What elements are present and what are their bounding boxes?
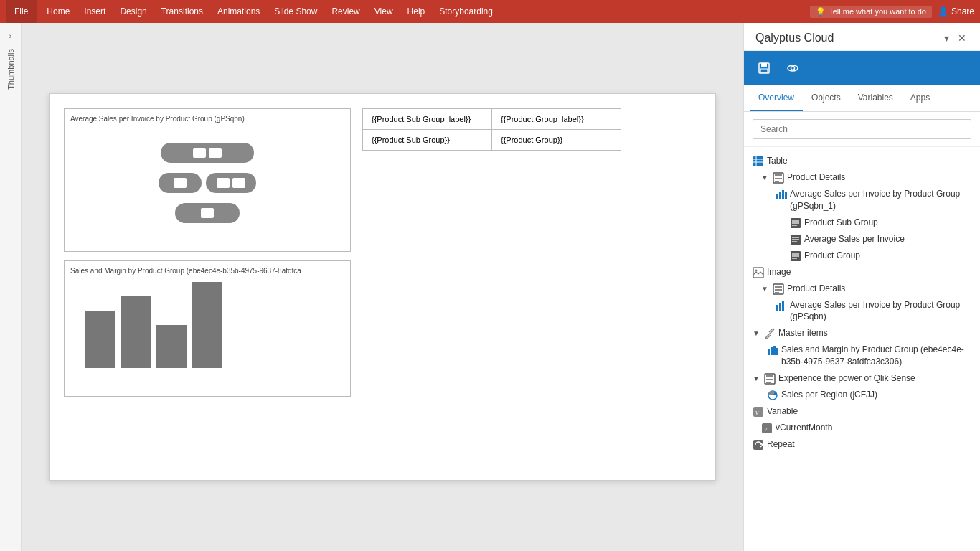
repeat-label: Repeat [767,438,795,451]
toggle-2[interactable]: ▼ [761,285,770,293]
tab-variables[interactable]: Variables [849,85,902,111]
svg-rect-12 [775,181,779,182]
pill-rect-4 [217,178,230,188]
svg-rect-36 [779,303,781,311]
tree-node-table[interactable]: Table [744,153,980,169]
slide-table: {{Product Sub Group_label}} {{Product Gr… [362,108,621,151]
tell-me-text: Tell me what you want to do [829,7,926,16]
lightbulb-icon: 💡 [816,7,826,17]
thumbnails-panel: › Thumbnails [0,23,22,551]
tree-content: Table ▼ Product Details [744,147,980,551]
close-button[interactable]: ✕ [956,32,969,44]
svg-rect-33 [775,289,782,291]
svg-rect-29 [753,268,763,278]
table-icon [753,156,764,167]
minimize-button[interactable]: ▾ [940,32,953,44]
menu-storyboarding[interactable]: Storyboarding [432,4,500,19]
toggle-4[interactable]: ▼ [753,375,761,382]
pill-rect-1 [193,148,206,158]
tree-node-sales-margin[interactable]: Sales and Margin by Product Group (ebe4e… [744,342,980,370]
svg-text:v: v [764,425,768,433]
menu-animations[interactable]: Animations [210,4,267,19]
tab-objects[interactable]: Objects [803,85,849,111]
tree-node-product-sub-group[interactable]: Product Sub Group [744,215,980,231]
slide-table-area: {{Product Sub Group_label}} {{Product Gr… [362,108,621,466]
svg-point-4 [791,67,795,70]
chart2-title: Sales and Margin by Product Group (ebe4e… [70,267,344,275]
pill-row-3 [175,203,240,223]
vcurrentmonth-label: vCurrentMonth [776,422,832,434]
thumbnails-label[interactable]: Thumbnails [6,49,15,90]
tree-node-avg-sales-1[interactable]: Average Sales per Invoice by Product Gro… [744,186,980,215]
share-label: Share [951,6,974,17]
svg-rect-32 [775,286,782,288]
share-button[interactable]: 👤 Share [938,6,974,17]
tree-node-vcurrentmonth[interactable]: v vCurrentMonth [744,420,980,436]
menu-slideshow[interactable]: Slide Show [267,4,324,19]
svg-text:v: v [755,408,759,416]
table-label: Table [767,155,788,167]
menu-transitions[interactable]: Transitions [154,4,210,19]
bar-chart [70,281,344,374]
svg-rect-15 [782,190,784,199]
barchart-icon-2 [776,300,787,311]
pill-rect-2 [209,148,222,158]
pill-chart [70,128,344,237]
repeat-icon [753,439,764,451]
tab-overview[interactable]: Overview [750,85,803,111]
tree-node-masteritems[interactable]: ▼ Master items [744,325,980,342]
object-icon-1 [773,172,784,184]
chart1-box: Average Sales per Invoice by Product Gro… [64,108,351,252]
avg-sales-label-2: Average Sales per Invoice by Product Gro… [790,299,971,324]
file-menu[interactable]: File [6,0,37,23]
product-sub-group-label: Product Sub Group [804,217,878,229]
svg-rect-41 [773,346,776,355]
save-toolbar-button[interactable] [753,57,776,80]
tree-node-image[interactable]: Image [744,264,980,281]
image-label: Image [767,266,791,278]
tree-node-product-details-2[interactable]: ▼ Product Details [744,281,980,297]
panel-title: Qalyptus Cloud [755,32,834,44]
thumbnails-toggle[interactable]: › [4,29,18,43]
tree-node-repeat[interactable]: Repeat [744,436,980,453]
object-icon-2 [773,283,784,295]
eye-toolbar-button[interactable] [781,57,804,80]
svg-rect-16 [785,192,787,199]
svg-point-30 [755,269,758,271]
search-box [744,112,980,147]
titlebar: File Home Insert Design Transitions Anim… [0,0,980,23]
tree-node-avg-sales-2[interactable]: Average Sales per Invoice by Product Gro… [744,297,980,326]
panel-toolbar [744,51,980,85]
menu-review[interactable]: Review [324,4,367,19]
search-input[interactable] [753,119,971,139]
bar-1 [85,311,115,368]
svg-rect-42 [776,348,778,355]
pill-medium-1 [159,173,202,193]
svg-rect-45 [766,379,773,380]
menu-home[interactable]: Home [39,4,77,19]
pill-row-1 [161,143,254,163]
table-row-header: {{Product Sub Group_label}} {{Product Gr… [363,109,621,130]
panel-tabs: Overview Objects Variables Apps [744,85,980,112]
tree-node-product-group[interactable]: Product Group [744,248,980,264]
field-icon-3 [790,250,801,262]
svg-rect-52 [753,440,763,450]
tab-apps[interactable]: Apps [902,85,938,111]
menu-insert[interactable]: Insert [77,4,113,19]
menu-view[interactable]: View [367,4,400,19]
tree-node-sales-region[interactable]: Sales per Region (jCFJJ) [744,387,980,403]
tell-me-box[interactable]: 💡 Tell me what you want to do [810,6,932,18]
toggle-1[interactable]: ▼ [761,174,770,182]
tree-node-product-details-1[interactable]: ▼ Product Details [744,169,980,186]
experience-label: Experience the power of Qlik Sense [778,372,915,385]
toggle-3[interactable]: ▼ [753,329,761,337]
sales-region-label: Sales per Region (jCFJJ) [781,389,877,401]
tree-node-avg-sales-invoice[interactable]: Average Sales per Invoice [744,231,980,248]
tree-node-variable[interactable]: v Variable [744,403,980,420]
varfield-icon: v [761,423,773,434]
right-panel: Qalyptus Cloud ▾ ✕ [743,23,980,551]
menu-help[interactable]: Help [400,4,433,19]
menu-design[interactable]: Design [113,4,154,19]
svg-rect-46 [766,382,771,383]
tree-node-experience[interactable]: ▼ Experience the power of Qlik Sense [744,370,980,387]
